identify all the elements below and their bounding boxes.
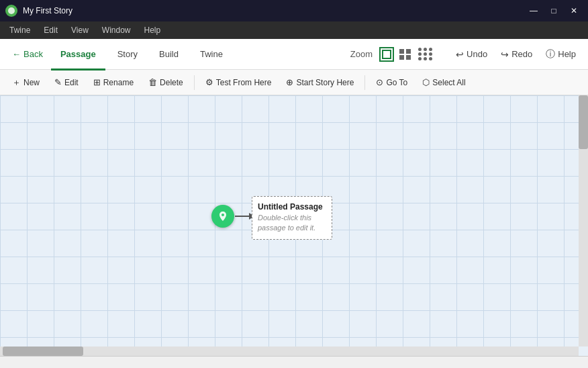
- passage-title: Untitled Passage: [258, 202, 326, 212]
- scrollbar-thumb-horizontal[interactable]: [3, 347, 83, 356]
- tab-passage[interactable]: Passage: [51, 40, 105, 71]
- back-arrow-icon: ←: [12, 49, 21, 59]
- back-label: Back: [23, 49, 43, 59]
- toolbar-separator-2: [364, 75, 365, 90]
- undo-button[interactable]: ↩ Undo: [450, 47, 493, 62]
- redo-button[interactable]: ↪ Redo: [495, 47, 538, 62]
- close-button[interactable]: ✕: [565, 3, 583, 18]
- edit-label: Edit: [64, 78, 79, 87]
- help-label: Help: [558, 49, 576, 59]
- passage-card[interactable]: Untitled Passage Double-click this passa…: [252, 196, 332, 240]
- edit-icon: ✎: [54, 77, 62, 87]
- tab-build[interactable]: Build: [150, 40, 188, 71]
- goto-icon: ⊙: [376, 77, 383, 87]
- delete-label: Delete: [160, 78, 183, 87]
- start-story-button[interactable]: ⊕ Start Story Here: [279, 75, 360, 90]
- new-button[interactable]: ＋ New: [5, 74, 46, 91]
- window-controls: — □ ✕: [525, 3, 583, 18]
- goto-label: Go To: [386, 78, 407, 87]
- undo-icon: ↩: [456, 49, 464, 60]
- vertical-scrollbar[interactable]: [579, 95, 588, 347]
- help-icon: ⓘ: [546, 48, 555, 60]
- menubar: Twine Edit View Window Help: [0, 21, 588, 39]
- new-label: New: [23, 78, 40, 87]
- zoom-square-button[interactable]: [379, 47, 394, 62]
- start-icon: ⊕: [286, 77, 293, 87]
- back-button[interactable]: ← Back: [7, 46, 48, 62]
- toolbar: ＋ New ✎ Edit ⊞ Rename 🗑 Delete ⚙ Test Fr…: [0, 70, 588, 95]
- redo-icon: ↪: [501, 49, 509, 60]
- goto-button[interactable]: ⊙ Go To: [369, 75, 414, 90]
- undo-label: Undo: [467, 49, 487, 59]
- edit-button[interactable]: ✎ Edit: [48, 75, 85, 90]
- rename-icon: ⊞: [93, 77, 101, 87]
- select-all-label: Select All: [432, 78, 465, 87]
- start-arrow: [235, 216, 252, 217]
- menu-view[interactable]: View: [64, 21, 95, 39]
- zoom-grid-button[interactable]: [398, 48, 413, 61]
- rename-label: Rename: [103, 78, 134, 87]
- menu-twine[interactable]: Twine: [3, 21, 37, 39]
- tab-story[interactable]: Story: [108, 40, 147, 71]
- test-icon: ⚙: [205, 77, 213, 87]
- select-all-icon: ⬡: [422, 77, 430, 87]
- help-button[interactable]: ⓘ Help: [540, 46, 581, 62]
- start-story-marker: [211, 205, 234, 228]
- menu-edit[interactable]: Edit: [37, 21, 64, 39]
- menu-window[interactable]: Window: [95, 21, 138, 39]
- statusbar: [0, 356, 588, 368]
- maximize-button[interactable]: □: [545, 3, 562, 18]
- menu-help[interactable]: Help: [138, 21, 168, 39]
- scrollbar-thumb-vertical[interactable]: [579, 95, 588, 149]
- svg-point-0: [8, 7, 15, 14]
- zoom-controls: Zoom: [350, 46, 434, 62]
- titlebar: My First Story — □ ✕: [0, 0, 588, 21]
- app-icon: [5, 5, 17, 17]
- zoom-label: Zoom: [350, 49, 373, 59]
- delete-button[interactable]: 🗑 Delete: [142, 75, 190, 90]
- start-label: Start Story Here: [296, 78, 354, 87]
- test-button[interactable]: ⚙ Test From Here: [199, 75, 279, 90]
- window-title: My First Story: [23, 6, 525, 15]
- zoom-dots-button[interactable]: [417, 46, 434, 62]
- select-all-button[interactable]: ⬡ Select All: [415, 75, 472, 90]
- svg-rect-1: [383, 50, 391, 58]
- delete-icon: 🗑: [148, 77, 157, 87]
- passage-hint: Double-click this passage to edit it.: [258, 213, 326, 234]
- minimize-button[interactable]: —: [525, 3, 542, 18]
- tab-twine[interactable]: Twine: [191, 40, 232, 71]
- horizontal-scrollbar[interactable]: [0, 347, 579, 356]
- redo-label: Redo: [511, 49, 532, 59]
- new-icon: ＋: [12, 77, 21, 89]
- test-label: Test From Here: [216, 78, 272, 87]
- rename-button[interactable]: ⊞ Rename: [87, 75, 140, 90]
- navbar: ← Back Passage Story Build Twine Zoom ↩ …: [0, 39, 588, 70]
- toolbar-separator-1: [194, 75, 195, 90]
- canvas-area[interactable]: Untitled Passage Double-click this passa…: [0, 95, 588, 356]
